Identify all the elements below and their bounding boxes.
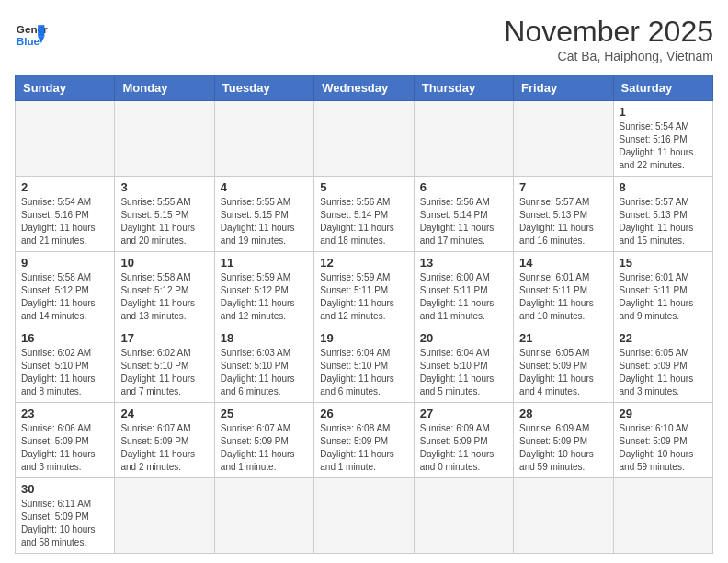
day-info: Sunrise: 6:05 AM Sunset: 5:09 PM Dayligh…	[519, 347, 607, 398]
day-info: Sunrise: 6:10 AM Sunset: 5:09 PM Dayligh…	[620, 422, 707, 474]
day-info: Sunrise: 5:55 AM Sunset: 5:15 PM Dayligh…	[221, 196, 308, 247]
day-info: Sunrise: 6:09 AM Sunset: 5:09 PM Dayligh…	[420, 422, 507, 474]
calendar-cell: 22Sunrise: 6:05 AM Sunset: 5:09 PM Dayli…	[613, 327, 712, 403]
month-title: November 2025	[504, 15, 713, 49]
day-info: Sunrise: 6:03 AM Sunset: 5:10 PM Dayligh…	[221, 347, 308, 398]
day-number: 20	[420, 331, 507, 345]
svg-marker-2	[38, 25, 44, 37]
col-sunday: Sunday	[16, 75, 115, 101]
day-info: Sunrise: 5:56 AM Sunset: 5:14 PM Dayligh…	[420, 196, 507, 247]
calendar-week-4: 23Sunrise: 6:06 AM Sunset: 5:09 PM Dayli…	[16, 403, 713, 478]
day-number: 7	[519, 180, 607, 194]
calendar-cell: 9Sunrise: 5:58 AM Sunset: 5:12 PM Daylig…	[16, 252, 115, 327]
day-number: 1	[620, 105, 707, 119]
day-info: Sunrise: 6:07 AM Sunset: 5:09 PM Dayligh…	[120, 422, 208, 474]
day-info: Sunrise: 5:59 AM Sunset: 5:11 PM Dayligh…	[320, 271, 407, 323]
calendar-cell	[514, 101, 613, 177]
calendar-cell: 30Sunrise: 6:11 AM Sunset: 5:09 PM Dayli…	[16, 478, 115, 554]
day-info: Sunrise: 5:57 AM Sunset: 5:13 PM Dayligh…	[519, 196, 607, 247]
calendar-header-row: Sunday Monday Tuesday Wednesday Thursday…	[16, 75, 713, 101]
calendar-cell: 14Sunrise: 6:01 AM Sunset: 5:11 PM Dayli…	[514, 252, 613, 327]
calendar-cell	[414, 101, 513, 177]
col-monday: Monday	[115, 75, 214, 101]
day-number: 11	[221, 256, 308, 270]
calendar-cell	[214, 101, 313, 177]
day-number: 18	[221, 331, 308, 345]
calendar: Sunday Monday Tuesday Wednesday Thursday…	[15, 75, 713, 554]
day-info: Sunrise: 6:05 AM Sunset: 5:09 PM Dayligh…	[620, 347, 707, 398]
day-number: 16	[21, 331, 108, 345]
day-info: Sunrise: 6:01 AM Sunset: 5:11 PM Dayligh…	[519, 271, 607, 323]
calendar-cell: 15Sunrise: 6:01 AM Sunset: 5:11 PM Dayli…	[613, 252, 712, 327]
calendar-cell: 27Sunrise: 6:09 AM Sunset: 5:09 PM Dayli…	[414, 403, 513, 478]
col-friday: Friday	[514, 75, 613, 101]
day-info: Sunrise: 6:02 AM Sunset: 5:10 PM Dayligh…	[120, 347, 208, 398]
col-tuesday: Tuesday	[214, 75, 313, 101]
day-number: 5	[320, 180, 407, 194]
calendar-week-5: 30Sunrise: 6:11 AM Sunset: 5:09 PM Dayli…	[16, 478, 713, 554]
calendar-cell	[214, 478, 313, 554]
location: Cat Ba, Haiphong, Vietnam	[504, 49, 713, 63]
calendar-week-0: 1Sunrise: 5:54 AM Sunset: 5:16 PM Daylig…	[16, 101, 713, 177]
day-info: Sunrise: 6:00 AM Sunset: 5:11 PM Dayligh…	[420, 271, 507, 323]
calendar-cell: 10Sunrise: 5:58 AM Sunset: 5:12 PM Dayli…	[115, 252, 214, 327]
day-number: 25	[221, 407, 308, 420]
day-number: 2	[21, 180, 108, 194]
calendar-cell	[115, 478, 214, 554]
calendar-cell: 4Sunrise: 5:55 AM Sunset: 5:15 PM Daylig…	[214, 177, 313, 252]
calendar-week-2: 9Sunrise: 5:58 AM Sunset: 5:12 PM Daylig…	[16, 252, 713, 327]
calendar-cell: 12Sunrise: 5:59 AM Sunset: 5:11 PM Dayli…	[314, 252, 414, 327]
calendar-cell	[514, 478, 613, 554]
calendar-cell: 11Sunrise: 5:59 AM Sunset: 5:12 PM Dayli…	[214, 252, 313, 327]
day-number: 17	[120, 331, 208, 345]
calendar-cell: 26Sunrise: 6:08 AM Sunset: 5:09 PM Dayli…	[314, 403, 414, 478]
day-number: 14	[519, 256, 607, 270]
day-info: Sunrise: 6:06 AM Sunset: 5:09 PM Dayligh…	[21, 422, 108, 474]
calendar-cell: 1Sunrise: 5:54 AM Sunset: 5:16 PM Daylig…	[613, 101, 712, 177]
day-number: 10	[120, 256, 208, 270]
calendar-cell	[115, 101, 214, 177]
calendar-body: 1Sunrise: 5:54 AM Sunset: 5:16 PM Daylig…	[16, 101, 713, 554]
day-info: Sunrise: 6:09 AM Sunset: 5:09 PM Dayligh…	[519, 422, 607, 474]
calendar-week-3: 16Sunrise: 6:02 AM Sunset: 5:10 PM Dayli…	[16, 327, 713, 403]
calendar-cell: 28Sunrise: 6:09 AM Sunset: 5:09 PM Dayli…	[514, 403, 613, 478]
day-number: 28	[519, 407, 607, 420]
day-info: Sunrise: 5:58 AM Sunset: 5:12 PM Dayligh…	[21, 271, 108, 323]
day-info: Sunrise: 6:02 AM Sunset: 5:10 PM Dayligh…	[21, 347, 108, 398]
logo-icon: General Blue	[15, 18, 48, 52]
calendar-cell: 7Sunrise: 5:57 AM Sunset: 5:13 PM Daylig…	[514, 177, 613, 252]
day-number: 6	[420, 180, 507, 194]
day-info: Sunrise: 5:56 AM Sunset: 5:14 PM Dayligh…	[320, 196, 407, 247]
calendar-cell: 6Sunrise: 5:56 AM Sunset: 5:14 PM Daylig…	[414, 177, 513, 252]
day-number: 23	[21, 407, 108, 420]
day-number: 3	[120, 180, 208, 194]
calendar-cell: 18Sunrise: 6:03 AM Sunset: 5:10 PM Dayli…	[214, 327, 313, 403]
calendar-cell: 24Sunrise: 6:07 AM Sunset: 5:09 PM Dayli…	[115, 403, 214, 478]
day-number: 21	[519, 331, 607, 345]
day-number: 30	[21, 482, 108, 496]
calendar-cell	[314, 478, 414, 554]
calendar-cell: 25Sunrise: 6:07 AM Sunset: 5:09 PM Dayli…	[214, 403, 313, 478]
day-info: Sunrise: 6:01 AM Sunset: 5:11 PM Dayligh…	[620, 271, 707, 323]
svg-text:Blue: Blue	[17, 35, 40, 47]
day-number: 15	[620, 256, 707, 270]
day-info: Sunrise: 6:08 AM Sunset: 5:09 PM Dayligh…	[320, 422, 407, 474]
calendar-cell: 20Sunrise: 6:04 AM Sunset: 5:10 PM Dayli…	[414, 327, 513, 403]
calendar-cell: 29Sunrise: 6:10 AM Sunset: 5:09 PM Dayli…	[613, 403, 712, 478]
day-info: Sunrise: 5:54 AM Sunset: 5:16 PM Dayligh…	[620, 121, 707, 172]
day-info: Sunrise: 5:59 AM Sunset: 5:12 PM Dayligh…	[221, 271, 308, 323]
day-number: 22	[620, 331, 707, 345]
calendar-cell: 5Sunrise: 5:56 AM Sunset: 5:14 PM Daylig…	[314, 177, 414, 252]
day-info: Sunrise: 5:54 AM Sunset: 5:16 PM Dayligh…	[21, 196, 108, 247]
calendar-cell: 8Sunrise: 5:57 AM Sunset: 5:13 PM Daylig…	[613, 177, 712, 252]
calendar-cell	[414, 478, 513, 554]
calendar-week-1: 2Sunrise: 5:54 AM Sunset: 5:16 PM Daylig…	[16, 177, 713, 252]
day-info: Sunrise: 6:07 AM Sunset: 5:09 PM Dayligh…	[221, 422, 308, 474]
day-info: Sunrise: 5:55 AM Sunset: 5:15 PM Dayligh…	[120, 196, 208, 247]
col-thursday: Thursday	[414, 75, 513, 101]
day-number: 19	[320, 331, 407, 345]
day-info: Sunrise: 6:04 AM Sunset: 5:10 PM Dayligh…	[420, 347, 507, 398]
day-number: 12	[320, 256, 407, 270]
day-number: 4	[221, 180, 308, 194]
day-number: 29	[620, 407, 707, 420]
